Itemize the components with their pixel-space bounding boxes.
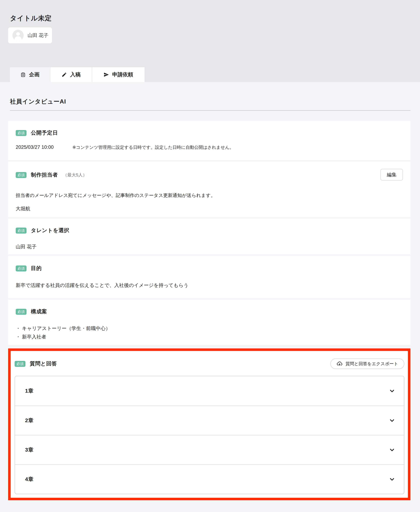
- header: タイトル未定 山田 花子 企画: [0, 0, 420, 82]
- publish-date-label: 公開予定日: [31, 129, 58, 136]
- outline-item: ・ キャリアストーリー（学生・前職中心）: [16, 324, 403, 333]
- card-talent: 必須 タレントを選択 山田 花子: [8, 219, 410, 254]
- article-title: 社員インタビューAI: [8, 82, 410, 105]
- chevron-down-icon: [389, 447, 395, 453]
- purpose-label: 目的: [31, 265, 42, 272]
- accordion-row-chapter3[interactable]: 3章: [15, 435, 404, 464]
- accordion-row-chapter1[interactable]: 1章: [15, 376, 404, 406]
- tab-bar: 企画 入稿 申請依頼: [10, 67, 144, 82]
- qa-export-button-label: 質問と回答をエクスポート: [345, 361, 398, 367]
- page-title: タイトル未定: [10, 14, 52, 23]
- avatar: [12, 30, 24, 41]
- qa-export-button[interactable]: 質問と回答をエクスポート: [330, 358, 404, 369]
- chapter-label: 2章: [25, 417, 34, 424]
- publish-date-value: 2025/03/27 10:00: [16, 144, 53, 150]
- required-badge: 必須: [16, 266, 27, 271]
- form-cards: 必須 公開予定日 2025/03/27 10:00 ※コンテンツ管理用に設定する…: [8, 121, 410, 500]
- accordion-row-chapter4[interactable]: 4章: [15, 464, 404, 494]
- chevron-down-icon: [389, 417, 395, 424]
- tab-submission-label: 入稿: [70, 71, 81, 78]
- required-badge: 必須: [16, 309, 27, 315]
- tab-request[interactable]: 申請依頼: [92, 67, 144, 82]
- card-qa-highlighted: 必須 質問と回答 質問と回答をエクスポート 1章: [8, 349, 410, 500]
- card-purpose: 必須 目的 新卒で活躍する社員の活躍を伝えることで、入社後のイメージを持ってもら…: [8, 256, 410, 298]
- required-badge: 必須: [15, 361, 25, 367]
- talent-label: タレントを選択: [31, 227, 69, 234]
- outline-item: ・ 新卒入社者: [16, 333, 403, 341]
- required-badge: 必須: [16, 130, 27, 136]
- person-icon: [12, 30, 24, 41]
- cloud-download-icon: [337, 361, 343, 367]
- talent-value: 山田 花子: [16, 244, 403, 250]
- producers-label: 制作担当者: [31, 171, 58, 178]
- chevron-down-icon: [389, 388, 395, 394]
- chapter-label: 3章: [25, 446, 34, 453]
- qa-accordion: 1章 2章 3章: [15, 376, 404, 494]
- title-divider: [10, 110, 410, 111]
- edit-producers-button[interactable]: 編集: [381, 169, 403, 180]
- chapter-label: 1章: [25, 387, 34, 395]
- required-badge: 必須: [16, 228, 27, 234]
- outline-label: 構成案: [31, 308, 47, 315]
- main-content: 社員インタビューAI 必須 公開予定日 2025/03/27 10:00 ※コン…: [0, 82, 420, 500]
- card-publish-date: 必須 公開予定日 2025/03/27 10:00 ※コンテンツ管理用に設定する…: [8, 121, 410, 160]
- card-producers: 必須 制作担当者 （最大5人） 編集 担当者のメールアドレス宛てにメッセージや、…: [8, 162, 410, 217]
- page: タイトル未定 山田 花子 企画: [0, 0, 420, 512]
- talent-chip-name: 山田 花子: [28, 32, 49, 39]
- tab-request-label: 申請依頼: [112, 71, 133, 78]
- producers-description: 担当者のメールアドレス宛てにメッセージや、記事制作のステータス更新通知が送られま…: [16, 192, 403, 199]
- chevron-down-icon: [389, 476, 395, 482]
- tab-planning-label: 企画: [29, 71, 39, 78]
- required-badge: 必須: [16, 172, 27, 178]
- purpose-value: 新卒で活躍する社員の活躍を伝えることで、入社後のイメージを持ってもらう: [16, 282, 403, 289]
- talent-chip: 山田 花子: [8, 27, 52, 43]
- publish-date-note: ※コンテンツ管理用に設定する日時です。設定した日時に自動公開はされません。: [72, 144, 234, 150]
- clipboard-icon: [20, 72, 26, 77]
- accordion-row-chapter2[interactable]: 2章: [15, 406, 404, 435]
- send-icon: [104, 72, 109, 77]
- qa-label: 質問と回答: [30, 360, 57, 367]
- card-outline: 必須 構成案 ・ キャリアストーリー（学生・前職中心） ・ 新卒入社者: [8, 300, 410, 345]
- outline-list: ・ キャリアストーリー（学生・前職中心） ・ 新卒入社者: [16, 324, 403, 341]
- producers-value: 大堀航: [16, 205, 403, 212]
- tab-planning[interactable]: 企画: [10, 67, 50, 82]
- pencil-icon: [61, 72, 67, 77]
- producers-sublabel: （最大5人）: [63, 172, 87, 178]
- chapter-label: 4章: [25, 476, 34, 483]
- tab-submission[interactable]: 入稿: [50, 67, 92, 82]
